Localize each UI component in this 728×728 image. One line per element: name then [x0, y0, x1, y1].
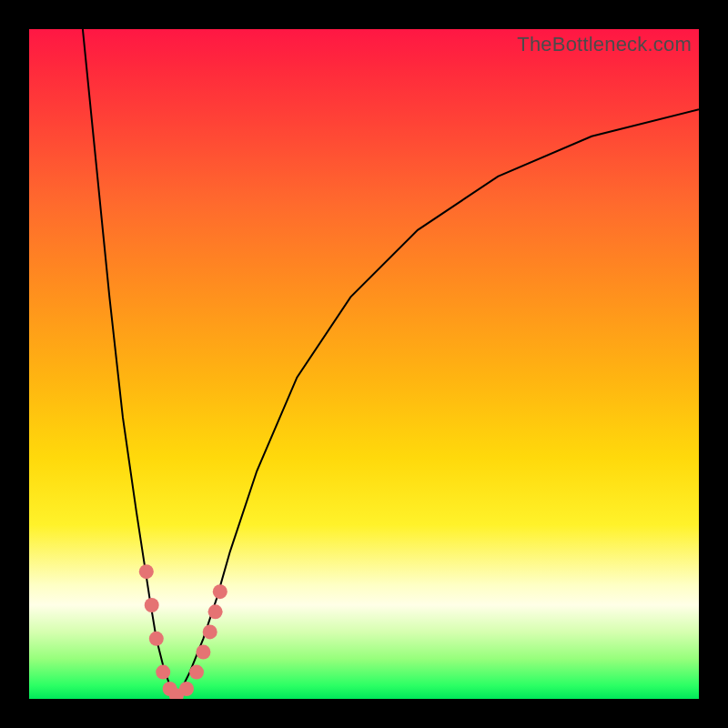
data-marker: [196, 645, 210, 660]
data-marker: [149, 632, 164, 646]
data-marker: [208, 604, 223, 619]
data-marker: [213, 584, 228, 599]
chart-svg: [29, 29, 699, 699]
outer-frame: TheBottleneck.com: [0, 0, 728, 728]
data-marker: [145, 598, 159, 612]
plot-area: TheBottleneck.com: [29, 29, 699, 699]
data-marker: [189, 665, 204, 680]
data-marker: [203, 624, 217, 639]
curve-left-branch: [83, 29, 177, 699]
marker-group: [139, 564, 228, 699]
data-marker: [156, 665, 170, 680]
curve-right-branch: [177, 109, 699, 699]
data-marker: [139, 564, 154, 579]
data-marker: [179, 682, 194, 696]
